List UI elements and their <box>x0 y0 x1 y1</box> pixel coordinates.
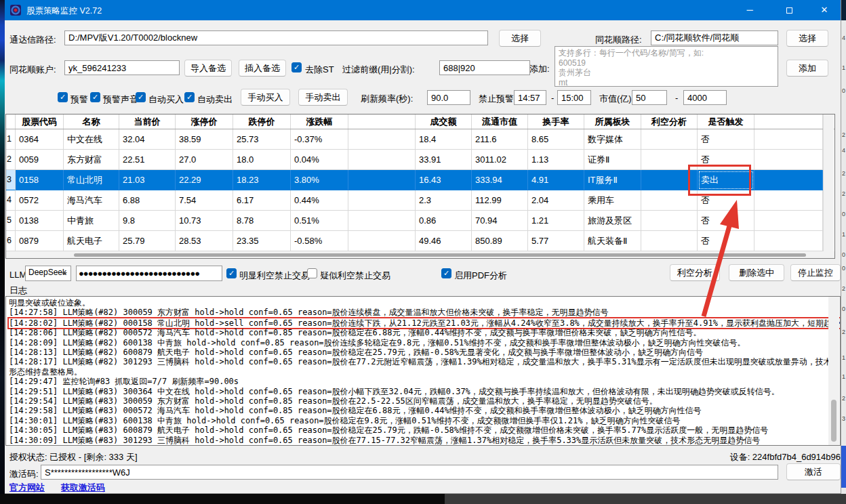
column-header[interactable]: 所属板块 <box>584 114 641 129</box>
column-header[interactable]: 成交额 <box>416 114 472 129</box>
column-header[interactable]: 跌停价 <box>233 114 291 129</box>
table-cell[interactable]: 9.8 <box>119 211 176 231</box>
table-cell[interactable]: 否 <box>698 211 754 231</box>
table-cell[interactable]: 0.86 <box>416 211 472 231</box>
alert-checkbox[interactable]: ✓ <box>58 92 68 102</box>
table-cell[interactable]: 0572 <box>16 190 64 211</box>
table-cell[interactable] <box>348 211 416 231</box>
filter-prefix-input[interactable] <box>439 60 530 75</box>
table-cell[interactable]: 数字媒体 <box>584 129 641 150</box>
table-cell[interactable]: 航天装备Ⅱ <box>584 231 641 251</box>
column-header[interactable]: 当前价 <box>119 114 176 129</box>
table-cell[interactable]: 22.51 <box>119 150 176 170</box>
maximize-button-icon[interactable] <box>773 0 805 20</box>
table-cell[interactable]: 8.78 <box>233 211 291 231</box>
table-cell[interactable] <box>641 211 698 231</box>
manual-sell-button[interactable]: 手动卖出 <box>298 89 348 106</box>
log-scroll-thumb[interactable] <box>831 400 837 442</box>
column-header[interactable]: 利空分析 <box>641 114 698 129</box>
table-cell[interactable]: 23.35 <box>233 231 291 251</box>
table-cell[interactable]: 3011.02 <box>472 150 528 170</box>
table-cell[interactable]: 16.43 <box>416 170 472 190</box>
table-cell[interactable]: 1.21 <box>528 211 584 231</box>
auto-buy-checkbox[interactable]: ✓ <box>136 92 146 102</box>
table-cell[interactable]: 0364 <box>16 129 64 150</box>
forbid-from-input[interactable] <box>514 90 546 105</box>
table-cell[interactable]: 28.53 <box>176 231 233 251</box>
log-area[interactable]: 明显突破或破位迹象。[14:27:58] LLM策略(#82) 300059 东… <box>5 296 841 446</box>
table-cell[interactable] <box>348 129 416 150</box>
table-cell[interactable] <box>348 170 416 190</box>
refresh-rate-input[interactable] <box>427 90 470 105</box>
column-header[interactable]: 换手率 <box>528 114 584 129</box>
table-cell[interactable]: 航天电子 <box>64 231 119 251</box>
table-cell[interactable]: 22.29 <box>176 170 233 190</box>
table-cell[interactable]: 中青旅 <box>64 211 119 231</box>
table-cell[interactable]: 0.51% <box>291 211 348 231</box>
column-header[interactable] <box>348 114 416 129</box>
table-cell[interactable]: 25.73 <box>233 129 291 150</box>
log-vertical-scrollbar[interactable] <box>828 297 839 445</box>
table-cell[interactable]: 6.88 <box>119 190 176 211</box>
table-row[interactable]: 60879航天电子25.7928.5323.35-0.58%49.46850.8… <box>6 231 834 251</box>
column-header[interactable]: 流通市值 <box>472 114 528 129</box>
table-cell[interactable]: 21.03 <box>119 170 176 190</box>
table-cell[interactable]: 2.3 <box>416 190 472 211</box>
column-header[interactable]: 股票代码 <box>16 114 64 129</box>
table-cell[interactable]: 1.13 <box>528 150 584 170</box>
table-cell[interactable]: 证券Ⅱ <box>584 150 641 170</box>
table-row[interactable]: 50138中青旅9.810.738.780.51%0.8670.941.21旅游… <box>6 211 834 231</box>
delete-selected-button[interactable]: 删除选中 <box>729 264 784 281</box>
auto-sell-checkbox[interactable]: ✓ <box>184 92 195 102</box>
table-cell[interactable]: 112.99 <box>472 190 528 211</box>
column-header[interactable]: 涨跌幅 <box>291 114 348 129</box>
table-cell[interactable]: 18.23 <box>233 170 291 190</box>
minimize-button-icon[interactable]: ─ <box>733 0 766 20</box>
column-header[interactable]: 是否触发 <box>698 114 754 129</box>
table-hscroll-thumb[interactable] <box>74 253 806 257</box>
activate-button[interactable]: 激活 <box>786 463 841 480</box>
table-cell[interactable]: 25.79 <box>119 231 176 251</box>
table-cell[interactable]: 3.80% <box>291 170 348 190</box>
table-cell[interactable]: 70.94 <box>472 211 528 231</box>
ths-path-input[interactable] <box>651 30 778 45</box>
negative-analysis-button[interactable]: 利空分析 <box>670 264 720 281</box>
table-cell[interactable] <box>348 190 416 211</box>
table-cell[interactable]: 0138 <box>16 211 64 231</box>
table-cell[interactable]: 0879 <box>16 231 64 251</box>
table-cell[interactable]: -0.58% <box>291 231 348 251</box>
insert-candidates-button[interactable]: 插入备选 <box>239 60 286 77</box>
remove-st-checkbox[interactable]: ✓ <box>291 62 302 72</box>
table-cell[interactable]: 旅游及景区 <box>584 211 641 231</box>
table-cell[interactable]: 4.91 <box>528 170 584 190</box>
table-cell[interactable]: 常山北明 <box>64 170 119 190</box>
table-horizontal-scrollbar[interactable] <box>6 251 834 259</box>
api-key-input[interactable] <box>76 266 222 281</box>
table-cell[interactable]: -0.37% <box>291 129 348 150</box>
table-cell[interactable]: 5.77 <box>528 231 584 251</box>
table-cell[interactable]: 49.46 <box>416 231 472 251</box>
column-header[interactable]: 涨停价 <box>176 114 233 129</box>
manual-add-textarea[interactable]: 支持多行：每行一个代码/名称/简写，如:600519贵州茅台mt <box>555 46 778 87</box>
market-cap-min-input[interactable] <box>632 90 667 105</box>
table-cell[interactable]: 18.0 <box>233 150 291 170</box>
column-header[interactable]: 名称 <box>64 114 119 129</box>
table-cell[interactable]: 8.65 <box>528 129 584 150</box>
forbid-to-input[interactable] <box>557 90 591 105</box>
table-cell[interactable]: 0.04% <box>291 150 348 170</box>
table-cell[interactable]: 2.04 <box>528 190 584 211</box>
tdx-select-button[interactable]: 选择 <box>499 30 541 47</box>
llm-model-select[interactable]: DeepSeek <box>25 266 71 281</box>
table-cell[interactable] <box>348 231 416 251</box>
table-row[interactable]: 10364中文在线32.0438.5925.73-0.37%18.4211.68… <box>6 129 834 150</box>
table-cell[interactable]: 0158 <box>16 170 64 190</box>
table-vertical-scrollbar[interactable] <box>823 114 834 251</box>
alert-sound-checkbox[interactable]: ✓ <box>90 92 100 102</box>
table-cell[interactable]: 东方财富 <box>64 150 119 170</box>
table-cell[interactable]: 海马汽车 <box>64 190 119 211</box>
table-cell[interactable] <box>348 150 416 170</box>
add-button[interactable]: 添加 <box>786 60 828 77</box>
close-button-icon[interactable]: ✕ <box>808 0 841 20</box>
table-cell[interactable]: 33.91 <box>416 150 472 170</box>
table-cell[interactable]: 32.04 <box>119 129 176 150</box>
